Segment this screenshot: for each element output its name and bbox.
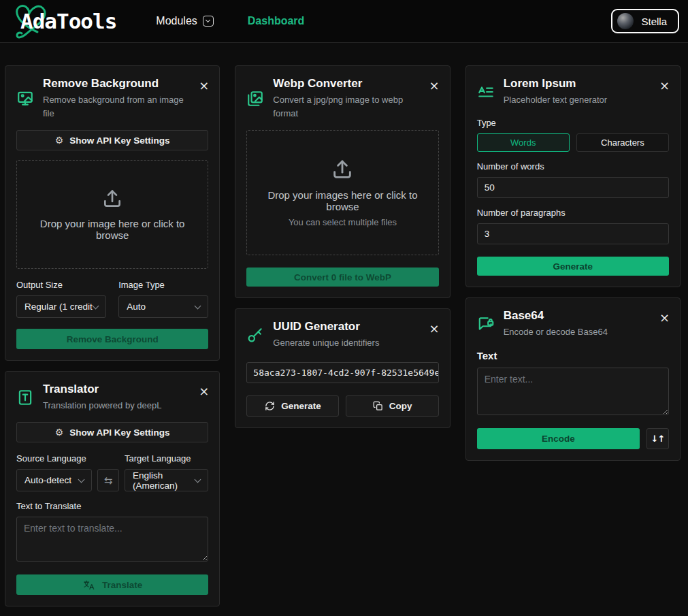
number-of-words-label: Number of words	[477, 161, 669, 172]
navbar: AdaTools Modules Dashboard Stella	[0, 0, 688, 43]
card-title: Webp Converter	[273, 77, 423, 91]
swap-languages-button[interactable]: ⇆	[97, 469, 119, 491]
swap-horizontal-icon: ⇆	[104, 474, 113, 487]
base64-actions: Encode ↓↑	[477, 428, 669, 449]
nav-modules-label: Modules	[156, 15, 197, 27]
avatar	[617, 13, 634, 29]
card-title: Translator	[43, 383, 161, 396]
output-size-label: Output Size	[16, 280, 106, 290]
chevron-down-icon	[78, 476, 85, 483]
card-title: Remove Background	[43, 77, 193, 91]
card-translator: × Translator Translation powered by deep…	[5, 371, 220, 606]
card-header: Remove Background Remove background from…	[16, 77, 208, 120]
chevron-down-icon	[195, 302, 201, 309]
close-icon[interactable]: ×	[199, 385, 209, 398]
close-icon[interactable]: ×	[659, 80, 670, 92]
card-subtitle: Encode or decode Base64	[504, 325, 608, 339]
board-column-3: × Lorem Ipsum Placeholder text generator…	[465, 65, 681, 606]
translate-icon	[82, 579, 95, 591]
type-toggle-group: Words Characters	[477, 133, 669, 152]
close-icon[interactable]: ×	[199, 80, 209, 92]
target-language-label: Target Language	[125, 453, 208, 464]
card-title: Base64	[504, 309, 608, 323]
board-column-1: × Remove Background Remove background fr…	[5, 65, 220, 606]
remove-background-button[interactable]: Remove Background	[16, 329, 208, 349]
generate-uuid-button[interactable]: Generate	[246, 395, 339, 417]
generate-lorem-button[interactable]: Generate	[477, 257, 669, 276]
encode-button[interactable]: Encode	[477, 428, 640, 449]
copy-icon	[373, 401, 383, 411]
translate-text-input[interactable]	[16, 517, 208, 562]
dashboard-board: × Remove Background Remove background fr…	[0, 43, 688, 606]
card-base64: × Base64 Encode or decode Base64 Text	[465, 297, 681, 461]
modules-dropdown-icon	[203, 16, 214, 27]
card-header: UUID Generator Generate unique identifie…	[246, 320, 438, 350]
text-label: Text	[477, 350, 669, 361]
card-uuid-generator: × UUID Generator Generate unique identif…	[235, 308, 450, 428]
card-header: Translator Translation powered by deepL	[16, 383, 208, 412]
upload-icon	[101, 188, 123, 210]
number-of-words-input[interactable]	[477, 177, 669, 198]
chevron-down-icon	[195, 476, 201, 483]
dropzone-text: Drop your images here or click to browse	[252, 189, 432, 212]
nav-dashboard[interactable]: Dashboard	[248, 15, 305, 27]
uuid-actions: Generate Copy	[246, 395, 438, 417]
card-remove-background: × Remove Background Remove background fr…	[5, 65, 220, 361]
brand-name: AdaTools	[20, 9, 116, 33]
card-lorem-ipsum: × Lorem Ipsum Placeholder text generator…	[465, 65, 681, 287]
chevron-down-icon	[93, 302, 99, 309]
card-header: Webp Converter Convert a jpg/png image t…	[246, 77, 438, 120]
characters-toggle[interactable]: Characters	[576, 133, 669, 152]
close-icon[interactable]: ×	[429, 80, 440, 92]
translate-button[interactable]: Translate	[16, 574, 208, 595]
monitor-image-icon	[16, 90, 34, 108]
image-type-select[interactable]: Auto	[118, 295, 208, 318]
card-subtitle: Remove background from an image file	[43, 93, 193, 120]
card-title: Lorem Ipsum	[504, 77, 607, 91]
source-language-label: Source Language	[16, 453, 119, 464]
uuid-value: 58aca273-1807-4cd2-907f-82531e5649ef	[246, 362, 438, 383]
number-of-paragraphs-input[interactable]	[477, 223, 669, 244]
card-webp-converter: × Webp Converter Convert a jpg/png image…	[235, 65, 450, 298]
target-language-select[interactable]: English (American)	[125, 469, 208, 491]
user-menu-button[interactable]: Stella	[611, 9, 679, 33]
output-size-select[interactable]: Regular (1 credit	[16, 295, 106, 318]
card-header: Lorem Ipsum Placeholder text generator	[477, 77, 669, 107]
brand-logo[interactable]: AdaTools	[11, 0, 116, 43]
nav-dashboard-label: Dashboard	[248, 15, 305, 27]
card-subtitle: Translation powered by deepL	[43, 399, 161, 412]
upload-icon	[331, 158, 354, 181]
card-subtitle: Generate unique identifiers	[273, 336, 379, 350]
base64-text-input[interactable]	[477, 368, 669, 415]
card-subtitle: Convert a jpg/png image to webp format	[273, 93, 423, 120]
swap-vertical-icon: ↓↑	[651, 434, 665, 444]
copy-uuid-button[interactable]: Copy	[346, 395, 438, 417]
board-column-2: × Webp Converter Convert a jpg/png image…	[235, 65, 450, 606]
gear-icon: ⚙	[55, 427, 64, 438]
swap-mode-button[interactable]: ↓↑	[646, 428, 669, 449]
images-icon	[246, 90, 264, 108]
message-lock-icon	[477, 315, 495, 333]
dropzone-hint: You can select multiple files	[289, 217, 397, 227]
convert-webp-button[interactable]: Convert 0 file to WebP	[246, 268, 438, 287]
type-label: Type	[477, 118, 669, 128]
text-to-translate-label: Text to Translate	[16, 501, 208, 511]
gear-icon: ⚙	[55, 135, 64, 146]
image-type-label: Image Type	[118, 280, 208, 290]
show-api-key-button[interactable]: ⚙ Show API Key Settings	[16, 422, 208, 442]
close-icon[interactable]: ×	[429, 323, 440, 335]
card-title: UUID Generator	[273, 320, 379, 334]
card-header: Base64 Encode or decode Base64	[477, 309, 669, 339]
key-icon	[246, 326, 264, 344]
source-language-select[interactable]: Auto-detect	[16, 469, 92, 491]
image-dropzone[interactable]: Drop your image here or click to browse	[16, 160, 208, 269]
words-toggle[interactable]: Words	[477, 133, 570, 152]
close-icon[interactable]: ×	[659, 312, 670, 324]
letter-text-icon	[477, 83, 495, 101]
refresh-icon	[265, 401, 275, 411]
images-dropzone[interactable]: Drop your images here or click to browse…	[246, 130, 438, 255]
nav-modules[interactable]: Modules	[156, 15, 213, 27]
dropzone-text: Drop your image here or click to browse	[22, 218, 202, 241]
translation-book-icon	[16, 389, 34, 406]
show-api-key-button[interactable]: ⚙ Show API Key Settings	[16, 130, 208, 150]
